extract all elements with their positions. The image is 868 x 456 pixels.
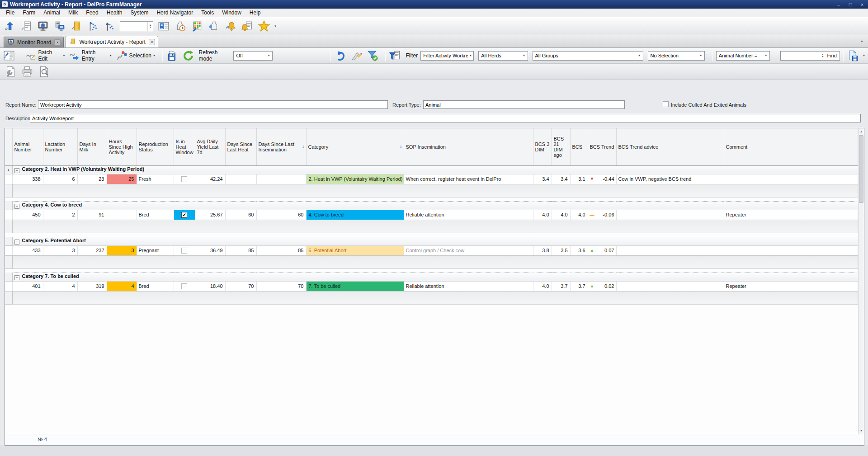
- col-bcs[interactable]: BCS: [570, 128, 588, 165]
- alarm-list-icon[interactable]: [241, 19, 254, 33]
- menu-farm[interactable]: Farm: [19, 9, 39, 17]
- filter-list-icon[interactable]: [389, 49, 401, 62]
- col-hours-since-high-activity[interactable]: Hours Since High Activity: [107, 128, 137, 165]
- animal-card-icon[interactable]: [157, 19, 170, 33]
- notes-icon[interactable]: [70, 19, 83, 33]
- animal-pin-card-icon[interactable]: [3, 49, 15, 62]
- menu-animal[interactable]: Animal: [39, 9, 64, 17]
- filter-select[interactable]: Filter Activity Workrepo...▼: [420, 51, 474, 61]
- close-button[interactable]: ×: [856, 0, 868, 9]
- feed-table-icon[interactable]: [190, 19, 204, 33]
- find-input[interactable]: [781, 52, 821, 60]
- milking-clock-icon[interactable]: [174, 19, 187, 33]
- milk-sample-icon[interactable]: [207, 19, 221, 33]
- refresh-icon[interactable]: [182, 49, 194, 62]
- menu-feed[interactable]: Feed: [82, 9, 102, 17]
- minimize-button[interactable]: –: [833, 0, 844, 9]
- scroll-down-icon[interactable]: ▼: [859, 428, 864, 434]
- collapse-icon[interactable]: −: [14, 204, 19, 209]
- edit-ruler-icon[interactable]: [350, 49, 363, 62]
- col-sop-insemination[interactable]: SOP Insemination: [404, 128, 533, 165]
- toolbar-combo[interactable]: ▲▼: [120, 21, 153, 31]
- report-type-input[interactable]: [423, 100, 625, 109]
- report-edit-icon[interactable]: [19, 19, 33, 33]
- favorites-star-icon[interactable]: [257, 19, 271, 33]
- col-days-in-milk[interactable]: Days In Milk: [77, 128, 107, 165]
- description-input[interactable]: [30, 114, 861, 122]
- selection-button[interactable]: Selection▼: [116, 50, 156, 61]
- col-avg-daily-yield[interactable]: Avg Daily Yield Last 7d: [195, 128, 225, 165]
- favorites-caret-icon[interactable]: ▼: [274, 25, 277, 28]
- menu-tools[interactable]: Tools: [197, 9, 218, 17]
- menu-help[interactable]: Help: [245, 9, 265, 17]
- col-lactation-number[interactable]: Lactation Number: [43, 128, 77, 165]
- table-row-animal-450[interactable]: 450 2 91 Bred ✔ 25.67 60 60 4. Cow to br…: [5, 210, 858, 220]
- herds-select[interactable]: All Herds▼: [478, 51, 528, 61]
- export-caret-icon[interactable]: ▼: [863, 54, 865, 57]
- animal-selection-select[interactable]: No Selection▼: [648, 51, 705, 61]
- batch-edit-button[interactable]: Batch Edit▼: [25, 49, 65, 62]
- activity-report-icon[interactable]: [3, 19, 16, 33]
- filter-check-icon[interactable]: [366, 49, 379, 62]
- group-header-to-be-culled[interactable]: −Category 7. To be culled: [5, 273, 858, 281]
- tab-close-icon[interactable]: ×: [149, 39, 155, 45]
- scatter-graph-icon[interactable]: [86, 19, 100, 33]
- tab-overflow-caret-icon[interactable]: ▼: [860, 40, 863, 43]
- maximize-button[interactable]: □: [844, 0, 856, 9]
- groups-select[interactable]: All Groups▼: [533, 51, 643, 61]
- heat-window-checkbox[interactable]: ✔: [181, 212, 187, 218]
- heat-window-checkbox[interactable]: [181, 283, 187, 289]
- grid-vertical-scrollbar[interactable]: ▲ ▼: [858, 128, 864, 434]
- col-days-since-last-heat[interactable]: Days Since Last Heat: [225, 128, 256, 165]
- save-icon[interactable]: [166, 49, 179, 62]
- col-bcs-21-dim-ago[interactable]: BCS 21 DIM ago: [552, 128, 570, 165]
- collapse-icon[interactable]: −: [14, 168, 19, 173]
- page-setup-icon[interactable]: [4, 65, 17, 78]
- scroll-up-icon[interactable]: ▲: [859, 128, 864, 135]
- tab-close-icon[interactable]: ×: [54, 39, 61, 46]
- group-header-potential-abort[interactable]: −Category 5. Potential Abort: [5, 237, 858, 245]
- collapse-icon[interactable]: −: [14, 275, 19, 280]
- monitor-board-icon[interactable]: [36, 19, 50, 33]
- menu-milk[interactable]: Milk: [64, 9, 82, 17]
- col-days-since-last-insemination[interactable]: Days Since Last Insemination↓: [256, 128, 306, 165]
- scrollbar-thumb[interactable]: [859, 135, 863, 203]
- menu-system[interactable]: System: [126, 9, 152, 17]
- report-name-input[interactable]: [38, 100, 388, 109]
- heat-window-checkbox[interactable]: [181, 176, 187, 182]
- col-animal-number[interactable]: Animal Number: [12, 128, 43, 165]
- tab-monitor-board[interactable]: Monitor Board ×: [4, 37, 64, 47]
- find-button[interactable]: Find: [825, 53, 839, 58]
- col-bcs-trend-advice[interactable]: BCS Trend advice: [616, 128, 724, 165]
- menu-herd-navigator[interactable]: Herd Navigator: [152, 9, 197, 17]
- tab-workreport-activity[interactable]: Workreport Activity - Report ×: [66, 36, 158, 47]
- undo-icon[interactable]: [334, 49, 347, 62]
- menu-window[interactable]: Window: [218, 9, 245, 17]
- find-by-select[interactable]: Animal Number =▼: [716, 51, 770, 61]
- col-bcs-3-dim[interactable]: BCS 3 DIM: [533, 128, 552, 165]
- table-row-animal-338[interactable]: 338 6 23 25 Fresh 42.24 2. Heat in VWP (…: [5, 174, 858, 184]
- batch-entry-button[interactable]: Batch Entry▼: [69, 49, 112, 62]
- col-bcs-trend[interactable]: BCS Trend: [588, 128, 616, 165]
- menu-health[interactable]: Health: [103, 9, 127, 17]
- col-reproduction-status[interactable]: Reproduction Status: [137, 128, 174, 165]
- device-status-icon[interactable]: [53, 19, 66, 33]
- table-row-animal-401[interactable]: 401 4 319 4 Bred 18.40 70 70 7. To be cu…: [5, 281, 858, 291]
- menu-file[interactable]: File: [2, 9, 19, 17]
- print-icon[interactable]: [20, 65, 34, 78]
- table-row-animal-433[interactable]: 433 3 237 3 Pregnant 36.49 85 85 5. Pote…: [5, 245, 858, 255]
- export-icon[interactable]: [847, 49, 859, 62]
- col-comment[interactable]: Comment: [724, 128, 858, 165]
- refresh-mode-select[interactable]: Off▼: [233, 51, 273, 61]
- heat-window-checkbox[interactable]: [181, 248, 187, 254]
- col-is-in-heat-window[interactable]: Is in Heat Window: [174, 128, 195, 165]
- include-culled-checkbox[interactable]: [663, 101, 669, 107]
- alarms-icon[interactable]: [224, 19, 237, 33]
- find-spinner-icon[interactable]: ▲▼: [820, 53, 825, 58]
- analysis-graph-icon[interactable]: [103, 19, 117, 33]
- group-header-cow-to-breed[interactable]: −Category 4. Cow to breed: [5, 201, 858, 210]
- group-header-heat-in-vwp[interactable]: › −Category 2. Heat in VWP (Voluntairy W…: [5, 165, 858, 174]
- col-category[interactable]: Category↓: [306, 128, 404, 165]
- combo-spinner-icon[interactable]: ▲▼: [147, 22, 153, 31]
- collapse-icon[interactable]: −: [14, 240, 19, 244]
